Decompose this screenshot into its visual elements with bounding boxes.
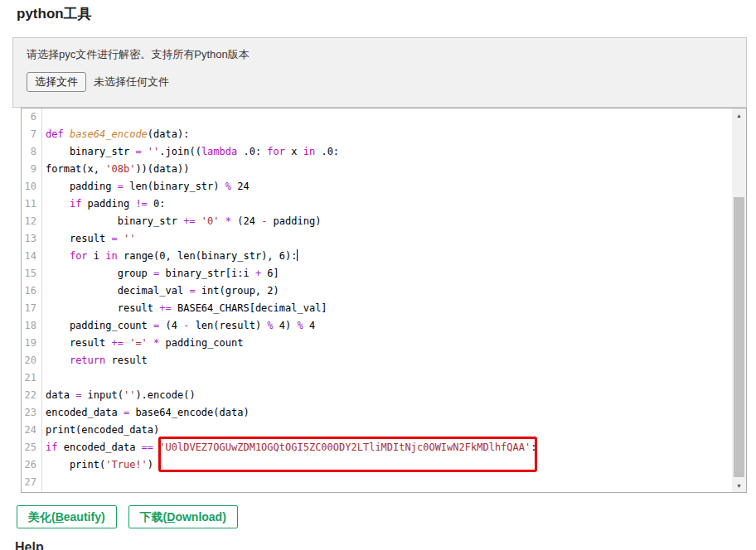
line-number: 6 <box>22 109 42 126</box>
code-line: 9format(x, '08b'))(data)) <box>22 161 732 178</box>
code-line: 14 for i in range(0, len(binary_str), 6)… <box>22 248 732 265</box>
code-line: 8 binary_str = ''.join((lambda .0: for x… <box>22 143 732 161</box>
line-number: 17 <box>22 300 42 317</box>
upload-panel: 请选择pyc文件进行解密。支持所有Python版本 选择文件 未选择任何文件 <box>12 37 747 108</box>
code-line: 21 <box>22 369 732 387</box>
line-number: 12 <box>22 213 42 230</box>
line-number: 26 <box>22 456 42 474</box>
page-title: python工具 <box>17 4 92 23</box>
line-number: 10 <box>22 178 42 195</box>
download-button[interactable]: 下载(Download) <box>128 505 238 528</box>
code-line: 6 <box>22 109 732 126</box>
beautify-button[interactable]: 美化(Beautify) <box>17 505 117 528</box>
line-number: 21 <box>22 369 42 387</box>
code-line: 18 padding_count = (4 - len(result) % 4)… <box>22 317 732 335</box>
code-line: 19 result += '=' * padding_count <box>22 335 732 352</box>
code-line: 26 print('True!') <box>22 456 732 474</box>
line-number: 20 <box>22 352 42 369</box>
code-line: 13 result = '' <box>22 230 732 248</box>
line-number: 7 <box>22 126 42 143</box>
file-input-row: 选择文件 未选择任何文件 <box>27 72 169 92</box>
line-number: 27 <box>22 474 42 491</box>
code-line: 10 padding = len(binary_str) % 24 <box>22 178 732 195</box>
beautify-label-rest: eautify) <box>64 510 105 523</box>
download-label-rest: ownload) <box>175 510 225 523</box>
beautify-accesskey: B <box>56 510 64 523</box>
code-line: 16 decimal_val = int(group, 2) <box>22 282 732 300</box>
line-number: 19 <box>22 335 42 352</box>
scroll-up-icon[interactable]: ▲ <box>732 109 746 122</box>
line-number: 9 <box>22 161 42 178</box>
code-line: 17 result += BASE64_CHARS[decimal_val] <box>22 300 732 317</box>
line-number: 11 <box>22 195 42 213</box>
line-number: 15 <box>22 265 42 282</box>
download-accesskey: D <box>167 510 175 523</box>
line-number: 25 <box>22 439 42 456</box>
beautify-label: 美化( <box>28 510 56 523</box>
download-label: 下载( <box>140 510 167 523</box>
code-line: 22data = input('').encode() <box>22 387 732 404</box>
code-line: 25if encoded_data == 'U0lDVEZ7OGUwZDM1OG… <box>22 439 732 456</box>
upload-instruction: 请选择pyc文件进行解密。支持所有Python版本 <box>27 47 250 62</box>
line-number: 18 <box>22 317 42 335</box>
code-content: 67def base64_encode(data):8 binary_str =… <box>22 109 732 492</box>
code-line: 23encoded_data = base64_encode(data) <box>22 404 732 422</box>
action-buttons: 美化(Beautify) 下载(Download) <box>17 505 238 528</box>
scroll-down-icon[interactable]: ▼ <box>732 479 746 492</box>
code-line: 15 group = binary_str[i:i + 6] <box>22 265 732 282</box>
line-number: 13 <box>22 230 42 248</box>
code-editor[interactable]: 67def base64_encode(data):8 binary_str =… <box>21 108 747 493</box>
help-heading: Help <box>15 540 44 550</box>
choose-file-button[interactable]: 选择文件 <box>27 72 86 92</box>
line-number: 24 <box>22 422 42 439</box>
code-line: 27 <box>22 474 732 491</box>
text-caret <box>297 249 298 261</box>
line-number: 14 <box>22 248 42 265</box>
code-line: 20 return result <box>22 352 732 369</box>
editor-scrollbar[interactable]: ▲ ▼ <box>732 109 746 492</box>
code-line: 7def base64_encode(data): <box>22 126 732 143</box>
line-number: 23 <box>22 404 42 422</box>
code-line: 12 binary_str += '0' * (24 - padding) <box>22 213 732 230</box>
line-number: 16 <box>22 282 42 300</box>
no-file-selected-label: 未选择任何文件 <box>94 75 169 89</box>
code-line: 24print(encoded_data) <box>22 422 732 439</box>
scrollbar-thumb[interactable] <box>734 197 744 477</box>
line-number: 22 <box>22 387 42 404</box>
code-line: 11 if padding != 0: <box>22 195 732 213</box>
line-number: 8 <box>22 143 42 161</box>
